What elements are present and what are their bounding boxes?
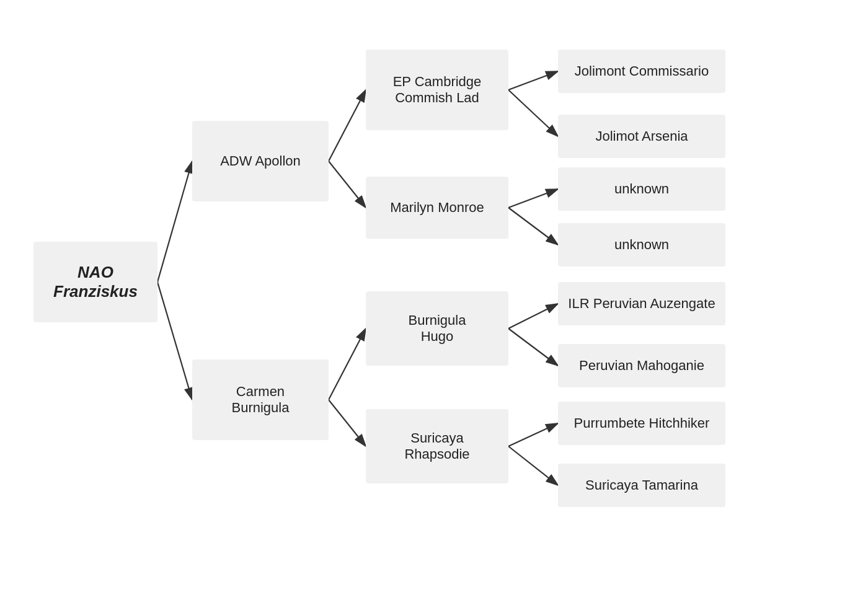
- node-root: NAO Franziskus: [33, 242, 157, 322]
- node-ep: EP Cambridge Commish Lad: [366, 50, 508, 130]
- node-marilyn-label: Marilyn Monroe: [390, 200, 484, 216]
- node-jolimot-arsenia-label: Jolimot Arsenia: [595, 128, 688, 144]
- node-suricaya-tam-label: Suricaya Tamarina: [585, 477, 698, 493]
- node-jolimont-comm: Jolimont Commissario: [558, 50, 725, 93]
- node-peruvian-mah: Peruvian Mahoganie: [558, 344, 725, 387]
- node-adw-label: ADW Apollon: [220, 153, 301, 169]
- node-adw: ADW Apollon: [192, 121, 329, 201]
- node-purrumbete: Purrumbete Hitchhiker: [558, 402, 725, 445]
- pedigree-diagram: NAO Franziskus ADW Apollon Carmen Burnig…: [0, 0, 868, 613]
- node-jolimont-comm-label: Jolimont Commissario: [575, 63, 709, 79]
- node-unknown2: unknown: [558, 223, 725, 267]
- node-unknown1-label: unknown: [614, 181, 669, 197]
- node-purrumbete-label: Purrumbete Hitchhiker: [574, 415, 710, 431]
- node-jolimot-arsenia: Jolimot Arsenia: [558, 115, 725, 158]
- node-carmen: Carmen Burnigula: [192, 359, 329, 440]
- node-root-label: NAO Franziskus: [53, 263, 138, 301]
- node-suricaya-rhapsodie: Suricaya Rhapsodie: [366, 409, 508, 483]
- node-suricaya-tamarina: Suricaya Tamarina: [558, 464, 725, 507]
- node-unknown1: unknown: [558, 167, 725, 211]
- node-ep-label: EP Cambridge Commish Lad: [393, 74, 482, 106]
- node-burnigula-hugo: Burnigula Hugo: [366, 291, 508, 366]
- node-suricaya-label: Suricaya Rhapsodie: [404, 430, 469, 462]
- node-marilyn: Marilyn Monroe: [366, 177, 508, 239]
- node-burnigula-hugo-label: Burnigula Hugo: [409, 312, 466, 345]
- node-ilr: ILR Peruvian Auzengate: [558, 282, 725, 325]
- node-unknown2-label: unknown: [614, 237, 669, 253]
- node-peruvian-mah-label: Peruvian Mahoganie: [579, 358, 704, 374]
- node-ilr-label: ILR Peruvian Auzengate: [568, 296, 715, 312]
- node-carmen-label: Carmen Burnigula: [232, 384, 290, 416]
